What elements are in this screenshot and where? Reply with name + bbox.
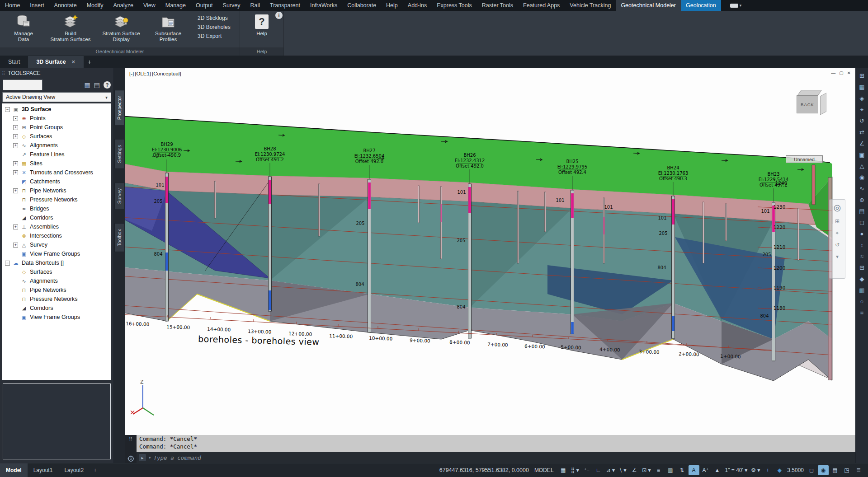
tab-view[interactable]: View	[138, 0, 160, 11]
quick-properties-icon[interactable]: ◆	[774, 465, 785, 475]
tree-item-assemblies[interactable]: +⊥Assemblies	[3, 222, 111, 231]
tab-output[interactable]: Output	[191, 0, 218, 11]
minus-box-icon[interactable]: ⊟	[857, 262, 868, 273]
item-view-icon[interactable]: ▦	[85, 81, 90, 89]
drawing-viewport[interactable]: [-] [OLE1] [Conceptual] — ▢ ✕	[125, 68, 855, 435]
lines-icon[interactable]: ≡	[857, 307, 868, 318]
chevron-down-icon[interactable]: ▾	[836, 253, 839, 260]
lineweight-icon[interactable]: ≡	[653, 465, 664, 475]
tree-item-sites[interactable]: +▦Sites	[3, 159, 111, 168]
orbit-icon[interactable]: ↺	[835, 242, 840, 248]
navigation-bar[interactable]: ◎ ⊞ ⌖ ↺ ▾	[829, 199, 845, 279]
expander-icon[interactable]: +	[13, 134, 18, 139]
tab-survey[interactable]: Survey	[218, 0, 245, 11]
expander-icon[interactable]: +	[13, 143, 18, 148]
panel-label-help[interactable]: Help	[240, 47, 283, 56]
tab-insert[interactable]: Insert	[25, 0, 49, 11]
new-layout-button[interactable]: +	[90, 467, 101, 473]
tree-item-ds-corridors[interactable]: ◢Corridors	[3, 304, 111, 313]
dynamic-input-icon[interactable]: ⁺₋	[581, 465, 592, 475]
pointer-icon[interactable]: ⊞	[857, 70, 868, 81]
annotation-autoscale-icon[interactable]: A⁺	[700, 465, 711, 475]
snap-icon[interactable]: ⣿ ▾	[570, 465, 580, 475]
side-tab-settings[interactable]: Settings	[114, 139, 124, 169]
tree-item-data-shortcuts[interactable]: −☁Data Shortcuts []	[3, 258, 111, 267]
tree-item-ds-alignments[interactable]: ∿Alignments	[3, 276, 111, 285]
3d-boreholes-button[interactable]: 3D Boreholes	[195, 23, 238, 32]
expander-icon[interactable]: +	[13, 170, 18, 175]
diamond-icon[interactable]: ◆	[857, 273, 868, 285]
expander-icon[interactable]: +	[13, 188, 18, 193]
angle-icon[interactable]: ∠	[857, 138, 868, 149]
expander-icon[interactable]: +	[13, 125, 18, 130]
viewcube-side-face[interactable]	[820, 93, 826, 115]
tree-item-turnouts[interactable]: +✕Turnouts and Crossovers	[3, 168, 111, 177]
tree-item-intersections[interactable]: ⊗Intersections	[3, 231, 111, 240]
isolate-objects-icon[interactable]: ◻	[806, 465, 817, 475]
viewport-menu-control[interactable]: [-]	[129, 71, 134, 76]
tab-annotate[interactable]: Annotate	[49, 0, 82, 11]
close-icon[interactable]: ✕	[847, 70, 851, 75]
polar-tracking-icon[interactable]: ⊿ ▾	[605, 465, 616, 475]
tab-home[interactable]: Home	[0, 0, 25, 11]
info-icon[interactable]: i	[275, 12, 283, 19]
tree-item-pipe-networks[interactable]: +⊓Pipe Networks	[3, 186, 111, 195]
annotation-monitor-icon[interactable]: +	[762, 465, 773, 475]
ortho-icon[interactable]: ∟	[593, 465, 604, 475]
isometric-drafting-icon[interactable]: ∖ ▾	[617, 465, 628, 475]
tree-item-ds-surfaces[interactable]: ◇Surfaces	[3, 267, 111, 276]
zoom-extents-icon[interactable]: ⌖	[857, 104, 868, 115]
2d-sticklogs-button[interactable]: 2D Sticklogs	[195, 14, 238, 23]
tree-item-ds-view-frame-groups[interactable]: ▣View Frame Groups	[3, 313, 111, 322]
square-icon[interactable]: ◻	[857, 217, 868, 228]
drag-handle-icon[interactable]: ⠿	[129, 436, 132, 442]
clean-screen-icon[interactable]: ◳	[841, 465, 852, 475]
tab-raster-tools[interactable]: Raster Tools	[477, 0, 518, 11]
ribbon-display-toggle[interactable]: ▾	[726, 0, 746, 11]
collapse-icon[interactable]: −	[5, 261, 10, 266]
tab-featured-apps[interactable]: Featured Apps	[518, 0, 565, 11]
tab-modify[interactable]: Modify	[82, 0, 108, 11]
tab-layout1[interactable]: Layout1	[28, 463, 59, 477]
coordinates-readout[interactable]: 679447.6316, 579551.6382, 0.0000	[439, 467, 529, 473]
steering-wheel-icon[interactable]: ◎	[834, 202, 841, 213]
pan-icon[interactable]: ⊞	[835, 218, 840, 224]
annotation-visibility-icon[interactable]: A	[689, 465, 699, 475]
approx-icon[interactable]: ≈	[857, 251, 868, 262]
tab-geolocation[interactable]: Geolocation	[681, 0, 721, 11]
3d-export-button[interactable]: 3D Export	[195, 32, 238, 41]
panel-label-geotechnical-modeler[interactable]: Geotechnical Modeler	[0, 47, 240, 56]
tree-item-catchments[interactable]: ◩Catchments	[3, 177, 111, 186]
tree-item-corridors[interactable]: ◢Corridors	[3, 213, 111, 222]
command-history[interactable]: Command: *Cancel* Command: *Cancel*	[137, 435, 855, 452]
tab-rail[interactable]: Rail	[245, 0, 265, 11]
tree-item-points[interactable]: ▪⊕Points	[3, 114, 111, 123]
plus-circle-icon[interactable]: ⊕	[857, 194, 868, 206]
zoom-window-icon[interactable]: ◈	[857, 93, 868, 104]
tab-help[interactable]: Help	[381, 0, 403, 11]
viewcube[interactable]: BACK	[794, 89, 828, 117]
status-value[interactable]: 3.5000	[785, 467, 806, 473]
tree-item-view-frame-groups[interactable]: ▣View Frame Groups	[3, 249, 111, 258]
viewport-view-control[interactable]: [OLE1]	[135, 71, 151, 76]
customization-menu-icon[interactable]: ≣	[853, 465, 864, 475]
toolspace-blank-box[interactable]	[3, 80, 42, 90]
help-icon[interactable]: ?	[104, 81, 111, 89]
model-space-button[interactable]: MODEL	[534, 467, 554, 473]
tab-transparent[interactable]: Transparent	[265, 0, 305, 11]
ucs-icon[interactable]: Z	[131, 379, 154, 415]
tree-item-ds-pipe-networks[interactable]: ⊓Pipe Networks	[3, 285, 111, 295]
tree-item-bridges[interactable]: ≍Bridges	[3, 204, 111, 213]
table-icon[interactable]: ▤	[857, 206, 868, 217]
workspace-gear-icon[interactable]: ⚙ ▾	[750, 465, 761, 475]
side-tab-toolbox[interactable]: Toolbox	[114, 223, 124, 252]
layers-icon[interactable]: ▣	[857, 149, 868, 160]
dot-icon[interactable]: ●	[857, 228, 868, 239]
graphics-performance-icon[interactable]: ▤	[830, 465, 840, 475]
osnap-tracking-icon[interactable]: ∠	[629, 465, 640, 475]
circle-icon[interactable]: ○	[857, 296, 868, 307]
tree-item-feature-lines[interactable]: ↗Feature Lines	[3, 150, 111, 159]
expander-icon[interactable]: +	[13, 161, 18, 166]
target-icon[interactable]: ◉	[857, 172, 868, 183]
annotation-scale-value[interactable]: 1" = 40' ▾	[723, 467, 750, 473]
